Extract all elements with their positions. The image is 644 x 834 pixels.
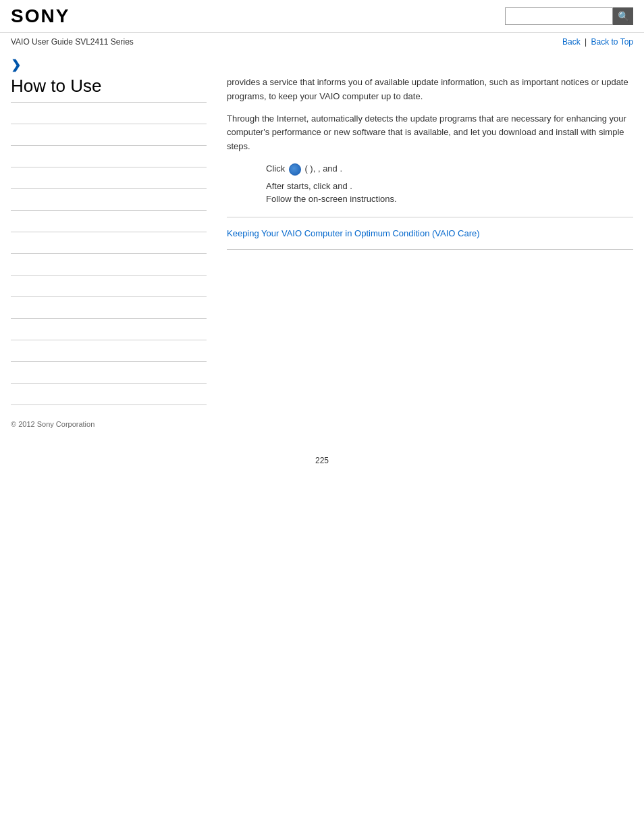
step-1-click: Click: [266, 163, 285, 174]
sub-header: VAIO User Guide SVL2411 Series Back | Ba…: [0, 33, 644, 51]
sidebar-item-5[interactable]: [11, 189, 207, 211]
page-number: 225: [0, 456, 644, 472]
search-button[interactable]: 🔍: [613, 7, 633, 25]
header: SONY 🔍: [0, 0, 644, 33]
sony-logo: SONY: [11, 5, 70, 27]
breadcrumb-arrow: ❯: [0, 51, 644, 76]
footer: © 2012 Sony Corporation: [0, 405, 644, 436]
step-2-after: After: [266, 181, 284, 191]
nav-links: Back | Back to Top: [562, 37, 633, 47]
content-divider-2: [227, 249, 633, 250]
sidebar-item-10[interactable]: [11, 297, 207, 319]
sidebar-item-3[interactable]: [11, 146, 207, 167]
sidebar-item-4[interactable]: [11, 167, 207, 189]
main-content: How to Use provides a service that infor…: [0, 76, 644, 405]
sidebar-item-2[interactable]: [11, 124, 207, 146]
paragraph-2: Through the Internet, automatically dete…: [227, 112, 633, 154]
sidebar: How to Use: [11, 76, 220, 405]
sidebar-item-9[interactable]: [11, 276, 207, 297]
globe-icon: [289, 163, 301, 176]
nav-separator: |: [585, 37, 587, 47]
sidebar-item-6[interactable]: [11, 211, 207, 232]
guide-title: VAIO User Guide SVL2411 Series: [11, 37, 134, 47]
search-area: 🔍: [505, 7, 633, 25]
sidebar-item-11[interactable]: [11, 319, 207, 340]
step-2-instructions: Follow the on-screen instructions.: [266, 194, 397, 204]
link-section: Keeping Your VAIO Computer in Optimum Co…: [227, 228, 633, 238]
back-to-top-link[interactable]: Back to Top: [591, 37, 633, 47]
vaio-care-link[interactable]: Keeping Your VAIO Computer in Optimum Co…: [227, 228, 480, 238]
search-input[interactable]: [505, 7, 613, 25]
sidebar-item-1[interactable]: [11, 103, 207, 124]
step-1-rest: ( ), , and .: [304, 163, 342, 174]
step-1-text: Click ( ), , and .: [266, 162, 342, 176]
step-2-text: After starts, click and . Follow the on-…: [266, 180, 397, 206]
content-area: provides a service that informs you of a…: [220, 76, 633, 405]
sidebar-title: How to Use: [11, 76, 207, 103]
step-2: After starts, click and . Follow the on-…: [227, 180, 633, 206]
content-divider-1: [227, 217, 633, 217]
sidebar-item-12[interactable]: [11, 340, 207, 362]
search-icon: 🔍: [618, 11, 629, 22]
sidebar-item-8[interactable]: [11, 254, 207, 276]
copyright-text: © 2012 Sony Corporation: [11, 420, 95, 428]
paragraph-1: provides a service that informs you of a…: [227, 76, 633, 104]
sidebar-item-13[interactable]: [11, 362, 207, 384]
back-link[interactable]: Back: [562, 37, 581, 47]
step-1: Click ( ), , and .: [227, 162, 633, 176]
step-2-rest: starts, click and .: [287, 181, 352, 191]
sidebar-item-7[interactable]: [11, 232, 207, 254]
sidebar-item-14[interactable]: [11, 384, 207, 405]
